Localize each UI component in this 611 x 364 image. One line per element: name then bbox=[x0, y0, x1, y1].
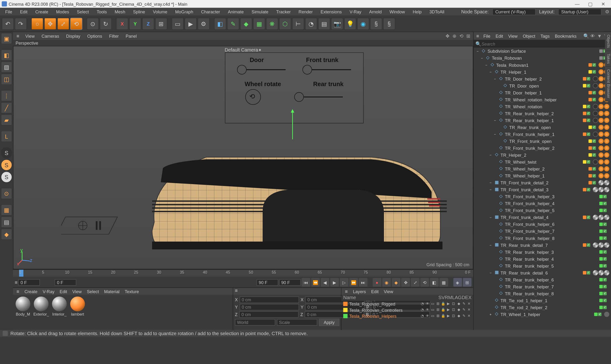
tree-row[interactable]: ◇TR_Rear_trunk_helper_8✓ bbox=[474, 290, 611, 297]
layer-toggle-icon[interactable]: ▭ bbox=[430, 308, 435, 312]
object-name[interactable]: TR_Rear_trunk_detail_7 bbox=[501, 243, 583, 247]
object-tag[interactable] bbox=[598, 173, 604, 178]
object-name[interactable]: TR_Front_trunk_helper_3 bbox=[505, 194, 599, 199]
object-name[interactable]: Tesla_Robovan bbox=[492, 56, 599, 60]
object-tag[interactable] bbox=[598, 152, 604, 158]
visibility-dot[interactable]: ✓ bbox=[592, 181, 596, 185]
visibility-dot[interactable]: ✓ bbox=[592, 146, 596, 150]
object-tag[interactable] bbox=[598, 104, 604, 109]
visibility-dot[interactable]: ✓ bbox=[587, 188, 590, 192]
visibility-dot[interactable] bbox=[599, 49, 603, 53]
tree-row[interactable]: −◇TR_Front_trunk_helper_1✓ bbox=[474, 131, 611, 138]
prev-key-button[interactable]: ⏪ bbox=[311, 278, 320, 286]
timeline-end1-field[interactable] bbox=[257, 279, 278, 286]
tree-row[interactable]: ◇TR_Wheel_helper_2✓ bbox=[474, 165, 611, 172]
field-button[interactable]: ⬡ bbox=[279, 18, 291, 30]
object-tag[interactable] bbox=[604, 215, 609, 220]
vp-menu-display[interactable]: Display bbox=[63, 33, 84, 39]
object-tag[interactable] bbox=[604, 118, 609, 123]
object-tag[interactable] bbox=[593, 215, 598, 220]
workplane-mode-button[interactable]: ▦ bbox=[1, 204, 12, 216]
tree-toggle[interactable]: − bbox=[489, 188, 493, 192]
pla-key-button[interactable]: ▦ bbox=[439, 278, 448, 286]
obj-menu-file[interactable]: File bbox=[481, 33, 493, 39]
visibility-dot[interactable]: ✓ bbox=[587, 216, 590, 219]
vp-menu-panel[interactable]: Panel bbox=[122, 33, 140, 39]
rot-key-button[interactable]: ⟲ bbox=[421, 278, 429, 286]
layer-toggle-icon[interactable]: ▭ bbox=[430, 314, 435, 318]
object-tag[interactable] bbox=[598, 180, 604, 185]
obj-menu-edit[interactable]: Edit bbox=[493, 33, 506, 39]
layer-toggle-icon[interactable]: ◆ bbox=[456, 308, 461, 312]
menu-extensions[interactable]: Extensions bbox=[317, 8, 345, 15]
obj-hamburger-icon[interactable]: ≡ bbox=[475, 33, 480, 39]
object-tag[interactable] bbox=[598, 69, 604, 74]
visibility-dot[interactable]: ✓ bbox=[587, 271, 590, 274]
visibility-dot[interactable]: ✓ bbox=[603, 257, 607, 261]
points-mode-button[interactable]: ⋮ bbox=[1, 90, 12, 101]
object-tag[interactable] bbox=[604, 187, 609, 192]
tree-row[interactable]: ◇TR_Rear_trunk_helper_6✓ bbox=[474, 276, 611, 283]
menu-volume[interactable]: Volume bbox=[149, 8, 171, 15]
mat-hamburger-icon[interactable]: ≡ bbox=[15, 289, 21, 294]
tree-row[interactable]: −▦TR_Front_trunk_detail_3✓ bbox=[474, 186, 611, 193]
visibility-dot[interactable]: ✓ bbox=[603, 285, 607, 288]
object-name[interactable]: TR_Rear_trunk_helper_3 bbox=[505, 249, 599, 254]
object-tag[interactable] bbox=[593, 132, 598, 137]
material-item[interactable]: Exterior_ bbox=[33, 297, 49, 316]
visibility-dot[interactable]: ✓ bbox=[603, 230, 607, 233]
vp-rotate-icon[interactable]: ⟲ bbox=[459, 33, 465, 39]
snap-button-2[interactable]: S bbox=[1, 159, 12, 170]
object-tag[interactable] bbox=[598, 215, 604, 220]
object-tag[interactable] bbox=[598, 187, 604, 192]
visibility-dot[interactable] bbox=[583, 118, 586, 122]
menu-simulate[interactable]: Simulate bbox=[248, 8, 272, 15]
make-editable-button[interactable]: ▣ bbox=[1, 33, 12, 44]
layer-toggle-icon[interactable]: ⊞ bbox=[435, 308, 440, 312]
visibility-dot[interactable]: ✓ bbox=[587, 84, 590, 88]
object-name[interactable]: TR_Front_trunk_helper_6 bbox=[505, 222, 599, 227]
visibility-dot[interactable]: ✓ bbox=[603, 250, 607, 254]
layer-row[interactable]: Tesla_Robovan_Rigged◔👁▭⊞🔒▶⊡◆✎✕ bbox=[341, 301, 473, 307]
layer-toggle-icon[interactable]: ⊡ bbox=[451, 308, 456, 312]
obj-eye-icon[interactable]: 👁 bbox=[590, 33, 596, 39]
object-tag[interactable] bbox=[598, 132, 604, 137]
object-name[interactable]: TR_Rear_trunk_helper_6 bbox=[505, 277, 599, 282]
object-name[interactable]: TR_Front_trunk_detail_4 bbox=[501, 215, 583, 220]
visibility-dot[interactable] bbox=[599, 264, 603, 268]
object-tag[interactable] bbox=[598, 62, 604, 67]
layer-toggle-icon[interactable]: ▶ bbox=[446, 314, 451, 318]
object-tag[interactable] bbox=[604, 166, 609, 171]
visibility-dot[interactable]: ✓ bbox=[592, 167, 596, 171]
visibility-dot[interactable]: ✓ bbox=[592, 91, 596, 94]
object-tag[interactable] bbox=[593, 242, 598, 247]
menu-tools[interactable]: Tools bbox=[93, 8, 110, 15]
visibility-dot[interactable] bbox=[583, 112, 586, 115]
workplane-button[interactable]: ◫ bbox=[1, 74, 12, 85]
material-item[interactable]: Interior_ bbox=[51, 297, 68, 316]
scale-tool[interactable]: ⤢ bbox=[57, 18, 69, 30]
object-name[interactable]: TR_Helper_2 bbox=[501, 153, 588, 157]
visibility-dot[interactable] bbox=[589, 98, 592, 101]
visibility-dot[interactable] bbox=[589, 181, 592, 185]
timeline-ruler[interactable]: 051015202530354045505560657075808590 0 F bbox=[13, 270, 473, 277]
layer-menu-layers[interactable]: Layers bbox=[350, 289, 368, 295]
visibility-dot[interactable]: ✓ bbox=[592, 63, 596, 67]
obj-menu-object[interactable]: Object bbox=[520, 33, 538, 39]
visibility-dot[interactable] bbox=[583, 271, 586, 274]
object-name[interactable]: TR_Wheel_rotation bbox=[505, 104, 583, 109]
layer-menu-view[interactable]: View bbox=[381, 289, 396, 295]
menu-render[interactable]: Render bbox=[295, 8, 316, 15]
script-button-1[interactable]: § bbox=[370, 18, 382, 30]
tree-toggle[interactable]: − bbox=[480, 56, 484, 60]
visibility-dot[interactable]: ✓ bbox=[592, 139, 596, 143]
model-mode-button[interactable]: ◧ bbox=[1, 49, 12, 61]
array-button[interactable]: ▦ bbox=[253, 18, 265, 30]
layer-toggle-icon[interactable]: ✕ bbox=[467, 308, 472, 312]
autokey-button[interactable]: ◉ bbox=[382, 278, 391, 286]
tree-row[interactable]: −◇TR_Helper_1✓ bbox=[474, 68, 611, 75]
visibility-dot[interactable]: ✓ bbox=[592, 174, 596, 178]
tl-opt1-button[interactable]: ◈ bbox=[453, 278, 462, 286]
tree-row[interactable]: −◇Tesla_Robovan✓ bbox=[474, 55, 611, 62]
param-key-button[interactable]: ◧ bbox=[430, 278, 438, 286]
